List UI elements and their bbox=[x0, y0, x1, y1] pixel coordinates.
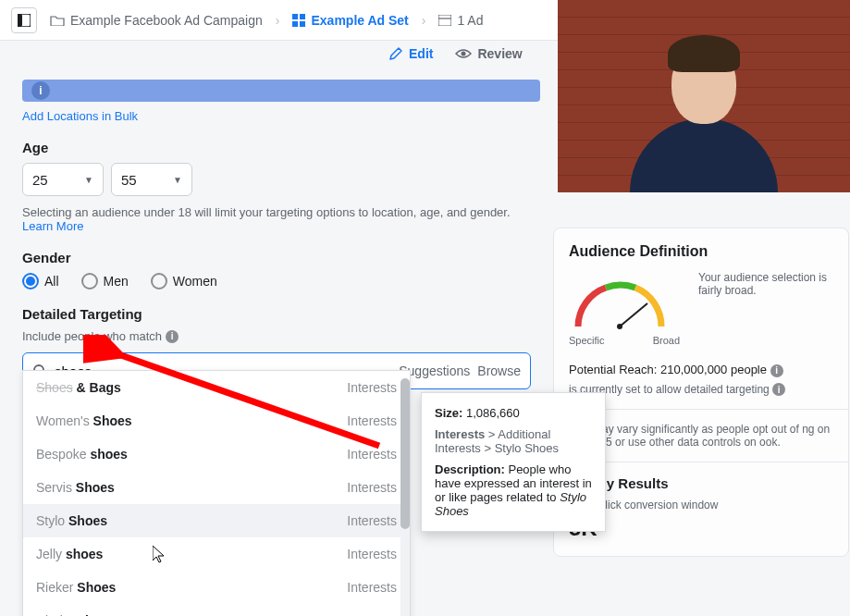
radio-icon bbox=[151, 273, 167, 290]
gender-option-women[interactable]: Women bbox=[151, 273, 217, 290]
scrollbar[interactable] bbox=[400, 378, 410, 616]
result-row[interactable]: Jelly shoesInterests bbox=[23, 537, 410, 571]
result-row[interactable]: Servis ShoesInterests bbox=[23, 471, 410, 504]
age-min-dropdown[interactable]: 25 ▼ bbox=[22, 163, 104, 196]
caret-down-icon: ▼ bbox=[173, 175, 182, 185]
svg-rect-5 bbox=[300, 21, 305, 27]
tab-edit[interactable]: Edit bbox=[388, 46, 433, 61]
audience-blurb: Your audience selection is fairly broad. bbox=[698, 271, 833, 297]
result-row[interactable]: Rieker ShoesInterests bbox=[23, 571, 410, 604]
scrollbar-thumb[interactable] bbox=[400, 378, 410, 529]
svg-rect-6 bbox=[438, 15, 451, 26]
svg-line-12 bbox=[620, 303, 647, 326]
age-max-value: 55 bbox=[121, 172, 137, 188]
main-panel: i Drop Pin Add Locations in Bulk Age 25 … bbox=[22, 80, 540, 389]
caret-down-icon: ▼ bbox=[84, 175, 93, 185]
ios-warning: ates may vary significantly as people op… bbox=[569, 423, 833, 449]
panel-toggle-icon[interactable] bbox=[11, 7, 37, 33]
audience-heading: Audience Definition bbox=[569, 243, 833, 260]
result-row[interactable]: Stylo ShoesInterests bbox=[23, 504, 410, 537]
detail-reach-note: is currently set to allow detailed targe… bbox=[569, 383, 833, 397]
daily-sub: 7-day click conversion window bbox=[569, 499, 833, 511]
daily-heading: d Daily Results bbox=[569, 475, 833, 491]
adset-icon bbox=[292, 14, 305, 27]
folder-icon bbox=[50, 14, 65, 26]
result-row[interactable]: Shoes & BagsInterests bbox=[23, 371, 410, 404]
age-label: Age bbox=[22, 140, 540, 155]
browse-link[interactable]: Browse bbox=[477, 363, 521, 378]
age-row: 25 ▼ 55 ▼ bbox=[22, 163, 540, 196]
breadcrumb-adset[interactable]: Example Ad Set bbox=[287, 9, 413, 31]
breadcrumb-ad-label: 1 Ad bbox=[457, 13, 483, 28]
radio-icon bbox=[22, 273, 39, 290]
age-min-value: 25 bbox=[32, 172, 48, 188]
svg-rect-3 bbox=[300, 14, 305, 19]
result-hovercard: Size: 1,086,660 Interests > Additional I… bbox=[421, 392, 606, 532]
result-row[interactable]: Women's ShoesInterests bbox=[23, 404, 410, 437]
learn-more-link[interactable]: Learn More bbox=[22, 219, 83, 233]
chevron-right-icon: › bbox=[422, 13, 426, 28]
breadcrumb-campaign[interactable]: Example Facebook Ad Campaign bbox=[44, 9, 268, 31]
detailed-targeting-label: Detailed Targeting bbox=[22, 306, 540, 322]
targeting-results-dropdown: Shoes & BagsInterests Women's ShoesInter… bbox=[22, 370, 411, 616]
result-row[interactable]: Bespoke shoesInterests bbox=[23, 437, 410, 471]
breadcrumb-adset-label: Example Ad Set bbox=[311, 13, 408, 28]
tab-review[interactable]: Review bbox=[455, 46, 522, 61]
tabs: Edit Review bbox=[388, 46, 523, 61]
info-icon[interactable]: i bbox=[166, 330, 179, 343]
ad-icon bbox=[438, 15, 451, 26]
svg-rect-4 bbox=[292, 21, 298, 27]
chevron-right-icon: › bbox=[276, 13, 280, 28]
eye-icon bbox=[455, 48, 472, 59]
gender-row: All Men Women bbox=[22, 273, 540, 290]
cursor-icon bbox=[153, 546, 167, 564]
radio-icon bbox=[81, 273, 98, 290]
add-locations-link[interactable]: Add Locations in Bulk bbox=[22, 109, 540, 123]
daily-result-value: 5K bbox=[569, 515, 833, 541]
location-map[interactable]: i Drop Pin bbox=[22, 80, 540, 102]
tab-review-label: Review bbox=[477, 46, 522, 61]
tab-edit-label: Edit bbox=[409, 46, 433, 61]
detailed-sub: Include people who match i bbox=[22, 329, 540, 343]
audience-gauge bbox=[569, 271, 671, 336]
svg-point-13 bbox=[617, 324, 622, 329]
info-icon[interactable]: i bbox=[770, 364, 783, 377]
svg-point-8 bbox=[462, 52, 466, 56]
info-icon[interactable]: i bbox=[772, 383, 785, 396]
svg-rect-1 bbox=[18, 14, 22, 27]
breadcrumb-ad[interactable]: 1 Ad bbox=[433, 9, 488, 31]
svg-rect-2 bbox=[292, 14, 298, 19]
breadcrumb-campaign-label: Example Facebook Ad Campaign bbox=[70, 13, 263, 28]
age-note: Selecting an audience under 18 will limi… bbox=[22, 205, 540, 233]
presenter-webcam bbox=[558, 0, 850, 192]
age-max-dropdown[interactable]: 55 ▼ bbox=[111, 163, 192, 196]
potential-reach: Potential Reach: 210,000,000 people i bbox=[569, 363, 833, 377]
gender-option-all[interactable]: All bbox=[22, 273, 59, 290]
pencil-icon bbox=[388, 46, 403, 61]
gender-label: Gender bbox=[22, 250, 540, 265]
info-icon[interactable]: i bbox=[31, 81, 50, 100]
result-row[interactable]: Clarks ShoesInterests bbox=[23, 604, 410, 616]
gender-option-men[interactable]: Men bbox=[81, 273, 129, 290]
